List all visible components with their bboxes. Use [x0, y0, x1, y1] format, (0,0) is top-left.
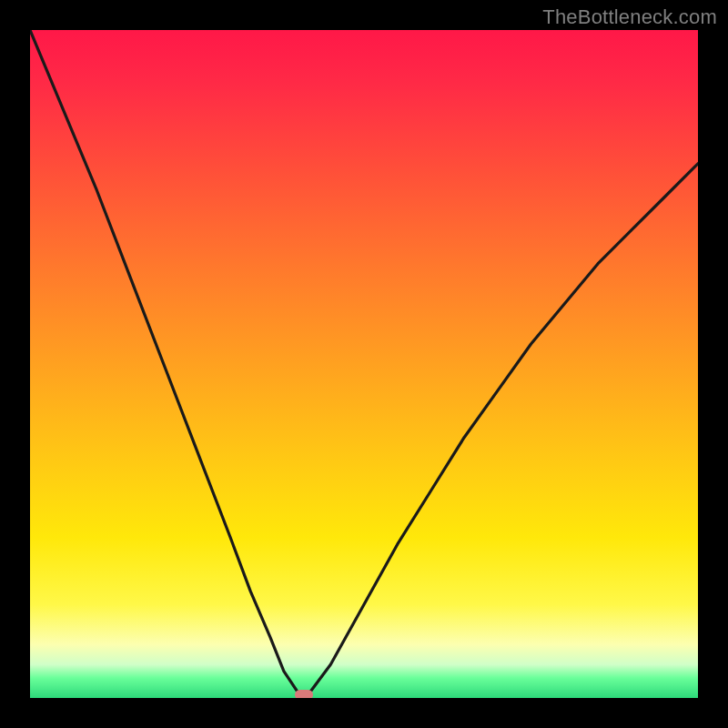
plot-area	[30, 30, 698, 698]
minimum-marker	[295, 690, 313, 698]
bottleneck-curve	[30, 30, 698, 698]
attribution-text: TheBottleneck.com	[542, 5, 717, 29]
chart-frame: TheBottleneck.com	[0, 0, 728, 728]
